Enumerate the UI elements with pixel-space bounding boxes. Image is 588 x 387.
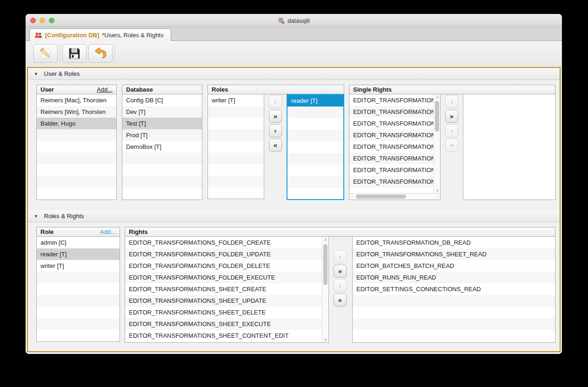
- list-item[interactable]: Balder, Hugo: [37, 118, 116, 129]
- list-item[interactable]: EDITOR_TRANSFORMATION: [349, 164, 434, 176]
- vertical-scrollbar[interactable]: ∧ ∨: [322, 237, 328, 342]
- edit-button[interactable]: [33, 44, 58, 63]
- horizontal-scrollbar[interactable]: ‹ ›: [349, 193, 440, 200]
- scroll-down-icon[interactable]: ∨: [322, 337, 329, 342]
- list-item[interactable]: EDITOR_TRANSFORMATION: [349, 141, 434, 153]
- section-title: Roles & Rights: [44, 213, 84, 220]
- list-item[interactable]: Prod [T]: [122, 129, 202, 141]
- tab-context-label: [Configuration DB]: [45, 32, 99, 39]
- list-item: [37, 318, 120, 330]
- list-item[interactable]: EDITOR_TRANSFORMATION: [349, 106, 434, 118]
- scrollbar-thumb[interactable]: [323, 244, 327, 285]
- list-item[interactable]: writer [T]: [208, 94, 264, 106]
- list-item[interactable]: EDITOR_TRANSFORMATIONS_FOLDER_UPDATE: [125, 248, 322, 260]
- list-item[interactable]: Dev [T]: [122, 106, 202, 118]
- scroll-right-icon[interactable]: ›: [434, 194, 440, 200]
- list-item[interactable]: EDITOR_RUNS_RUN_READ: [353, 272, 555, 283]
- list-item[interactable]: EDITOR_TRANSFORMATIONS_SHEET_EXECUTE: [125, 318, 322, 330]
- list-item[interactable]: EDITOR_TRANSFORMATIONS_FOLDER_CREATE: [125, 237, 322, 248]
- list-item: [287, 153, 343, 165]
- pencil-icon: [39, 47, 53, 60]
- list-item: [122, 176, 202, 187]
- list-item: [37, 283, 120, 295]
- rights-available-list[interactable]: EDITOR_TRANSFORMATIONS_FOLDER_CREATEEDIT…: [125, 236, 329, 343]
- roles-move-all-right-button[interactable]: »: [269, 110, 282, 123]
- desktop-background: datasqill [Configuration DB] *Users, Rol…: [0, 0, 588, 387]
- users-icon: [34, 32, 42, 38]
- title-bar[interactable]: datasqill: [26, 14, 562, 27]
- list-item[interactable]: EDITOR_TRANSFORMATIONS_SHEET_READ: [353, 248, 555, 260]
- roles-assigned-list[interactable]: reader [T]: [287, 94, 344, 200]
- list-item[interactable]: EDITOR_SETTINGS_CONNECTIONS_READ: [353, 283, 555, 295]
- scrollbar-thumb[interactable]: [435, 101, 439, 132]
- scroll-up-icon[interactable]: ∧: [434, 94, 441, 100]
- section-header-roles-rights[interactable]: ▼ Roles & Rights: [28, 210, 560, 222]
- collapse-triangle-icon[interactable]: ▼: [34, 68, 38, 80]
- role-list[interactable]: admin [C]reader [T]writer [T]: [36, 236, 120, 342]
- list-item: [208, 153, 264, 164]
- scroll-left-icon[interactable]: ‹: [349, 194, 355, 200]
- toolbar-separator: [60, 44, 60, 64]
- scrollbar-thumb[interactable]: [356, 194, 406, 199]
- app-window: datasqill [Configuration DB] *Users, Rol…: [26, 14, 562, 354]
- list-item[interactable]: Config DB [C]: [122, 94, 202, 106]
- list-item[interactable]: EDITOR_TRANSFORMATION: [349, 118, 434, 129]
- user-panel-header: User Add...: [36, 85, 117, 94]
- list-item[interactable]: DemoBox [T]: [122, 141, 202, 153]
- undo-button[interactable]: [88, 44, 113, 63]
- list-item: [37, 307, 120, 318]
- list-item[interactable]: reader [T]: [287, 95, 343, 107]
- list-item[interactable]: EDITOR_TRANSFORMATIONS_SHEET_UPDATE: [125, 295, 322, 307]
- list-item[interactable]: Test [T]: [122, 118, 202, 129]
- list-item[interactable]: EDITOR_TRANSFORMATIONS_SHEET_CONTENT_EDI…: [125, 330, 322, 341]
- list-item[interactable]: EDITOR_TRANSFORMATION: [349, 153, 434, 164]
- roles-move-all-left-button[interactable]: «: [269, 139, 282, 152]
- list-item: [353, 295, 555, 307]
- list-item: [287, 107, 343, 118]
- tab-title-label: *Users, Roles & Rights: [102, 32, 163, 39]
- user-list[interactable]: Reimers [Mac], ThorstenReimers [Win], Th…: [36, 94, 117, 200]
- scroll-down-icon[interactable]: ∨: [434, 187, 441, 193]
- single-rights-assigned-list[interactable]: [463, 94, 555, 200]
- database-list[interactable]: Config DB [C]Dev [T]Test [T]Prod [T]Demo…: [122, 94, 202, 200]
- list-item: [353, 307, 555, 318]
- rights-move-all-right-button[interactable]: »: [334, 265, 347, 278]
- rights-assigned-list[interactable]: EDITOR_TRANSFORMATION_DB_READEDITOR_TRAN…: [352, 236, 555, 343]
- single-rights-available-list[interactable]: EDITOR_TRANSFORMATIONEDITOR_TRANSFORMATI…: [349, 94, 441, 200]
- content-focus-panel: ▼ User & Roles User Add... Reimers [Mac]…: [27, 67, 561, 352]
- collapse-triangle-icon[interactable]: ▼: [34, 210, 38, 222]
- list-item[interactable]: writer [T]: [37, 260, 120, 272]
- list-item: [37, 141, 116, 153]
- list-item: [353, 330, 555, 341]
- list-item[interactable]: EDITOR_TRANSFORMATION: [349, 94, 434, 106]
- add-user-link[interactable]: Add...: [97, 85, 113, 94]
- list-item[interactable]: EDITOR_TRANSFORMATIONS_SHEET_CREATE: [125, 283, 322, 295]
- list-item[interactable]: Reimers [Mac], Thorsten: [37, 94, 116, 106]
- list-item[interactable]: EDITOR_TRANSFORMATION_DB_READ: [353, 237, 555, 248]
- list-item: [208, 118, 264, 129]
- vertical-scrollbar[interactable]: ∧ ∨: [434, 94, 440, 193]
- save-button[interactable]: [62, 44, 87, 63]
- rights-column-title: Rights: [129, 227, 147, 236]
- list-item[interactable]: Reimers [Win], Thorsten: [37, 106, 116, 118]
- list-item: [37, 272, 120, 283]
- list-item[interactable]: EDITOR_TRANSFORMATIONS_FOLDER_DELETE: [125, 260, 322, 272]
- list-item[interactable]: EDITOR_TRANSFORMATIONS_SHEET_DELETE: [125, 307, 322, 318]
- single-rights-move-all-right-button[interactable]: »: [445, 110, 458, 123]
- roles-available-list[interactable]: writer [T]: [207, 94, 264, 199]
- rights-move-all-left-button[interactable]: «: [334, 294, 347, 307]
- list-item[interactable]: admin [C]: [37, 237, 120, 248]
- list-item[interactable]: EDITOR_BATCHES_BATCH_READ: [353, 260, 555, 272]
- list-item[interactable]: EDITOR_TRANSFORMATION: [349, 129, 434, 141]
- section-header-user-roles[interactable]: ▼ User & Roles: [28, 68, 560, 80]
- scroll-up-icon[interactable]: ∧: [322, 237, 329, 242]
- roles-move-left-button[interactable]: ‹: [269, 124, 282, 137]
- list-item[interactable]: EDITOR_TRANSFORMATIONS_FOLDER_EXECUTE: [125, 272, 322, 283]
- list-item: [208, 187, 264, 199]
- list-item[interactable]: reader [T]: [37, 248, 120, 260]
- tab-users-roles-rights[interactable]: [Configuration DB] *Users, Roles & Right…: [29, 28, 171, 41]
- single-rights-move-left-button: ‹: [445, 124, 458, 137]
- list-item[interactable]: EDITOR_TRANSFORMATION: [349, 176, 434, 187]
- toolbar-separator: [114, 44, 115, 64]
- add-role-link[interactable]: Add...: [100, 227, 116, 236]
